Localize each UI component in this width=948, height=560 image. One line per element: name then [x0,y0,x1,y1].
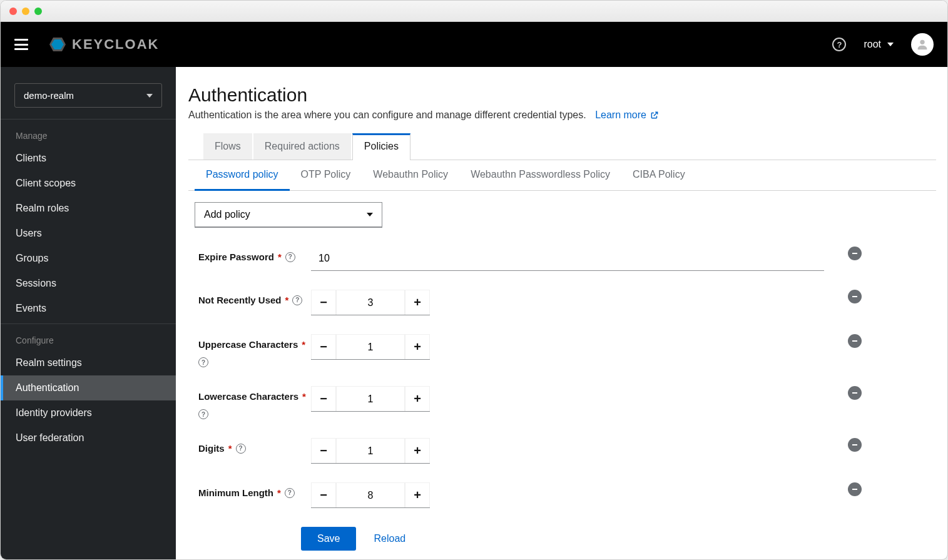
remove-policy-button[interactable] [848,247,862,260]
main-content: Authentication Authentication is the are… [176,67,947,559]
sidebar-item-clients[interactable]: Clients [1,146,176,171]
subtab-webauthn-policy[interactable]: Webauthn Policy [362,160,459,190]
help-icon[interactable]: ? [285,488,295,498]
chevron-down-icon [887,43,894,46]
stepper-increment-button[interactable]: + [405,482,430,507]
user-menu[interactable]: root [864,39,894,50]
stepper-input[interactable] [336,438,405,463]
policy-row: Not Recently Used*?−+ [198,290,911,315]
subtab-otp-policy[interactable]: OTP Policy [290,160,362,190]
chevron-down-icon [367,213,373,216]
realm-name: demo-realm [24,90,74,101]
avatar[interactable] [911,33,934,56]
remove-policy-button[interactable] [848,290,862,303]
sidebar-item-users[interactable]: Users [1,221,176,246]
subtab-webauthn-passwordless-policy[interactable]: Webauthn Passwordless Policy [459,160,621,190]
remove-policy-button[interactable] [848,386,862,400]
quantity-stepper: −+ [311,386,430,412]
menu-toggle-button[interactable] [14,39,28,50]
brand-logo: KEYCLOAK [48,35,159,54]
remove-policy-button[interactable] [848,334,862,348]
sidebar-item-groups[interactable]: Groups [1,246,176,271]
stepper-input[interactable] [336,290,405,315]
help-icon[interactable]: ? [198,409,208,419]
required-indicator: * [278,252,282,262]
sidebar-section-header: Configure [1,327,176,350]
sidebar-item-user-federation[interactable]: User federation [1,425,176,451]
quantity-stepper: −+ [311,482,430,508]
stepper-input[interactable] [336,482,405,507]
quantity-stepper: −+ [311,334,430,360]
help-icon[interactable]: ? [236,444,246,454]
page-description: Authentication is the area where you can… [188,109,936,121]
stepper-decrement-button[interactable]: − [311,290,336,315]
divider [1,323,176,324]
stepper-decrement-button[interactable]: − [311,482,336,507]
save-button[interactable]: Save [301,527,356,551]
quantity-stepper: −+ [311,290,430,315]
sidebar-item-events[interactable]: Events [1,296,176,321]
help-icon[interactable]: ? [832,38,846,51]
window-titlebar [1,1,947,22]
window-close-icon[interactable] [9,8,17,15]
window-min-icon[interactable] [22,8,29,15]
required-indicator: * [228,443,232,454]
add-policy-label: Add policy [204,209,250,220]
policy-label: Uppercase Characters*? [198,334,311,367]
sidebar: demo-realm ManageClientsClient scopesRea… [1,67,176,559]
help-icon[interactable]: ? [198,357,208,367]
help-icon[interactable]: ? [285,252,295,262]
window-max-icon[interactable] [34,8,42,15]
sidebar-item-identity-providers[interactable]: Identity providers [1,400,176,425]
remove-policy-button[interactable] [848,482,862,496]
policy-form: Expire Password*?Not Recently Used*?−+Up… [188,247,936,508]
stepper-decrement-button[interactable]: − [311,386,336,411]
stepper-increment-button[interactable]: + [405,290,430,315]
form-actions: Save Reload [301,527,936,551]
svg-rect-6 [852,392,857,394]
learn-more-link[interactable]: Learn more [595,109,659,121]
sidebar-section-header: Manage [1,122,176,146]
remove-policy-button[interactable] [848,438,862,452]
stepper-increment-button[interactable]: + [405,334,430,359]
stepper-increment-button[interactable]: + [405,386,430,411]
stepper-decrement-button[interactable]: − [311,438,336,463]
policy-field: −+ [311,386,824,412]
stepper-input[interactable] [336,386,405,411]
help-icon[interactable]: ? [292,295,302,305]
svg-rect-3 [852,253,857,254]
subtab-ciba-policy[interactable]: CIBA Policy [621,160,696,190]
required-indicator: * [302,391,306,402]
quantity-stepper: −+ [311,438,430,464]
sidebar-item-realm-roles[interactable]: Realm roles [1,196,176,221]
add-policy-select[interactable]: Add policy [195,202,382,228]
policy-field: −+ [311,438,824,464]
sidebar-item-realm-settings[interactable]: Realm settings [1,350,176,375]
primary-tabs: FlowsRequired actionsPolicies [188,133,936,160]
reload-button[interactable]: Reload [374,533,405,544]
external-link-icon [650,111,659,120]
stepper-decrement-button[interactable]: − [311,334,336,359]
brand-text: KEYCLOAK [72,36,159,53]
chevron-down-icon [146,94,153,98]
tab-policies[interactable]: Policies [352,133,410,160]
realm-selector[interactable]: demo-realm [14,83,162,108]
policy-row: Expire Password*? [198,247,911,271]
policy-label: Expire Password*? [198,247,311,262]
svg-point-2 [920,40,924,44]
sidebar-item-sessions[interactable]: Sessions [1,271,176,296]
policy-label: Digits*? [198,438,311,454]
sidebar-item-client-scopes[interactable]: Client scopes [1,171,176,196]
subtab-password-policy[interactable]: Password policy [195,160,290,191]
stepper-increment-button[interactable]: + [405,438,430,463]
svg-rect-7 [852,444,857,445]
tab-flows[interactable]: Flows [203,133,252,160]
topbar: KEYCLOAK ? root [1,22,947,67]
sidebar-item-authentication[interactable]: Authentication [1,375,176,400]
stepper-input[interactable] [336,334,405,359]
tab-required-actions[interactable]: Required actions [253,133,351,160]
policy-text-input[interactable] [311,247,824,271]
app-window: KEYCLOAK ? root demo-realm ManageClients… [0,0,948,560]
user-name: root [864,39,881,50]
required-indicator: * [302,339,305,350]
